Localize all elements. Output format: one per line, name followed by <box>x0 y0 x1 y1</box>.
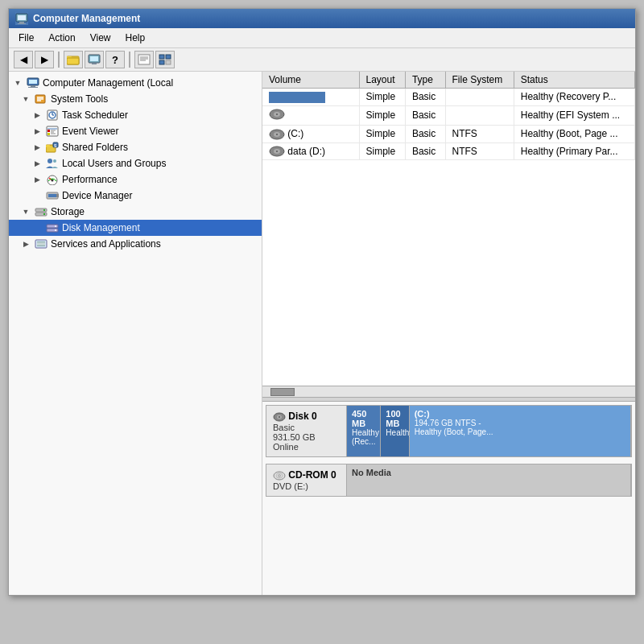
sidebar-item-shared-folders[interactable]: ▶ S Shared Folders <box>9 139 262 155</box>
services-apps-expander[interactable]: ▶ <box>20 238 31 250</box>
shared-folders-label: Shared Folders <box>62 142 128 153</box>
disk-management-icon <box>46 221 59 234</box>
disk-0-icon <box>273 411 286 423</box>
cell-status-2: Healthy (EFI System ... <box>514 105 634 125</box>
cell-fs-2 <box>445 105 514 125</box>
partition-0-1[interactable]: 100 MB Healthy <box>381 406 409 456</box>
view-button[interactable] <box>155 51 175 68</box>
sidebar-item-event-viewer[interactable]: ▶ Event Viewer <box>9 123 262 139</box>
col-layout[interactable]: Layout <box>359 72 405 89</box>
table-row[interactable]: (C:) Simple Basic NTFS Healthy (Boot, Pa… <box>262 125 635 142</box>
cdrom-0-partition[interactable]: No Media <box>347 464 631 496</box>
svg-rect-17 <box>166 60 171 64</box>
menu-help[interactable]: Help <box>119 30 152 46</box>
computer-icon <box>27 76 39 89</box>
svg-rect-57 <box>37 242 45 246</box>
svg-rect-1 <box>18 15 26 20</box>
table-row[interactable]: data (D:) Simple Basic NTFS Healthy (Pri… <box>262 142 635 160</box>
table-row[interactable]: Simple Basic Healthy (EFI System ... <box>262 105 635 125</box>
content-area: Volume Layout Type File System Status <box>262 72 635 595</box>
part-0-2-label: 194.76 GB NTFS - Healthy (Boot, Page... <box>415 419 625 436</box>
event-viewer-label: Event Viewer <box>62 126 118 137</box>
menu-file[interactable]: File <box>12 30 40 46</box>
sidebar-item-local-users[interactable]: ▶ Local Users and Groups <box>9 155 262 171</box>
help-button[interactable]: ? <box>105 51 125 68</box>
task-scheduler-label: Task Scheduler <box>62 109 128 121</box>
folder-button[interactable] <box>64 51 83 68</box>
cell-layout-1: Simple <box>359 89 405 106</box>
local-users-icon <box>46 157 59 170</box>
screen-button[interactable] <box>85 51 104 68</box>
system-tools-expander[interactable]: ▼ <box>20 93 31 105</box>
menu-action[interactable]: Action <box>42 30 81 46</box>
disk-d-icon <box>269 146 285 157</box>
part-0-0-size: 450 MB <box>352 409 375 428</box>
event-viewer-expander[interactable]: ▶ <box>31 126 43 137</box>
sidebar-item-device-manager[interactable]: ▶ Device Manager <box>9 188 262 204</box>
col-status[interactable]: Status <box>514 72 634 89</box>
sidebar-item-system-tools[interactable]: ▼ System Tools <box>9 91 262 107</box>
disk-0-size: 931.50 GB <box>273 432 340 442</box>
title-bar: Computer Management <box>9 9 635 28</box>
svg-point-55 <box>55 229 56 231</box>
partition-0-2[interactable]: (C:) 194.76 GB NTFS - Healthy (Boot, Pag… <box>410 406 631 456</box>
cell-type-3: Basic <box>405 125 445 142</box>
sidebar-item-services-apps[interactable]: ▶ Services and Applications <box>9 236 262 252</box>
disk-0-type: Basic <box>273 423 340 432</box>
svg-point-71 <box>279 416 280 418</box>
col-filesystem[interactable]: File System <box>445 72 514 89</box>
forward-button[interactable]: ▶ <box>35 51 54 68</box>
info-button[interactable] <box>134 51 154 68</box>
back-button[interactable]: ◀ <box>14 51 33 68</box>
svg-rect-14 <box>159 55 164 59</box>
table-row[interactable]: Simple Basic Healthy (Recovery P... <box>262 89 635 106</box>
part-0-2-size: (C:) <box>415 409 625 419</box>
root-label: Computer Management (Local <box>43 77 173 89</box>
computer-management-window: Computer Management File Action View Hel… <box>8 8 636 596</box>
cell-type-2: Basic <box>405 105 445 125</box>
svg-rect-47 <box>56 194 59 197</box>
device-manager-icon <box>46 189 59 202</box>
svg-point-44 <box>52 180 54 182</box>
cdrom-0-name: CD-ROM 0 <box>273 469 340 481</box>
sidebar-item-performance[interactable]: ▶ Performance <box>9 171 262 188</box>
task-scheduler-expander[interactable]: ▶ <box>31 109 43 121</box>
local-users-expander[interactable]: ▶ <box>31 158 43 169</box>
cell-layout-4: Simple <box>359 142 405 160</box>
disk-management-label: Disk Management <box>62 222 140 233</box>
sidebar-item-task-scheduler[interactable]: ▶ Task Scheduler <box>9 107 262 123</box>
part-0-1-label: Healthy <box>386 428 403 437</box>
svg-point-74 <box>279 474 281 477</box>
storage-expander[interactable]: ▼ <box>20 206 31 217</box>
disk-view-pane: Disk 0 Basic 931.50 GB Online 450 MB Hea… <box>262 402 635 595</box>
disk-0-label: Disk 0 Basic 931.50 GB Online <box>266 406 347 456</box>
menu-view[interactable]: View <box>84 30 118 46</box>
partition-0-0[interactable]: 450 MB Healthy (Rec... <box>347 406 381 456</box>
sidebar-root[interactable]: ▼ Computer Management (Local <box>9 75 262 91</box>
system-tools-icon <box>35 93 47 105</box>
svg-rect-2 <box>19 22 24 23</box>
volume-table: Volume Layout Type File System Status <box>262 72 635 160</box>
toolbar-separator-2 <box>129 52 130 68</box>
horizontal-scrollbar[interactable] <box>262 386 635 397</box>
shared-folders-expander[interactable]: ▶ <box>31 142 43 153</box>
svg-point-51 <box>43 213 45 215</box>
disk-row-0: Disk 0 Basic 931.50 GB Online 450 MB Hea… <box>266 405 632 457</box>
sidebar-item-storage[interactable]: ▼ Storage <box>9 204 262 220</box>
sidebar-item-disk-management[interactable]: ▶ Disk Management <box>9 220 262 236</box>
svg-rect-8 <box>90 56 98 61</box>
svg-rect-20 <box>31 85 35 87</box>
col-type[interactable]: Type <box>405 72 445 89</box>
root-expander[interactable]: ▼ <box>12 77 23 89</box>
svg-rect-16 <box>159 60 164 64</box>
svg-point-41 <box>47 159 52 163</box>
scroll-thumb[interactable] <box>270 388 295 396</box>
performance-icon <box>46 173 59 186</box>
title-bar-icon <box>15 12 28 25</box>
col-volume[interactable]: Volume <box>262 72 359 89</box>
svg-rect-10 <box>138 55 150 64</box>
performance-expander[interactable]: ▶ <box>31 174 43 185</box>
main-area: ▼ Computer Management (Local ▼ <box>9 72 635 595</box>
svg-point-50 <box>43 209 45 211</box>
cell-status-1: Healthy (Recovery P... <box>514 89 634 106</box>
